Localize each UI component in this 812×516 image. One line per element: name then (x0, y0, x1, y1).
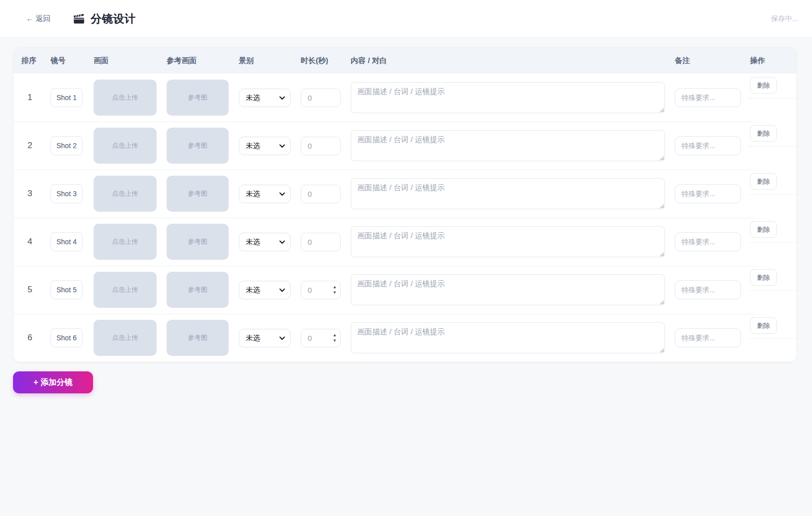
reference-image-box[interactable]: 参考图 (167, 224, 229, 260)
shot-scale-select-wrap: 未选 (239, 233, 291, 251)
shot-number-input[interactable] (51, 88, 83, 107)
delete-row-button[interactable]: 删除 (750, 125, 777, 142)
reference-image-label: 参考图 (188, 189, 208, 198)
actions-cell: 删除 (750, 266, 788, 314)
frame-upload-box[interactable]: 点击上传 (94, 272, 157, 308)
shot-scale-select[interactable]: 未选 (239, 89, 291, 107)
notes-input[interactable] (675, 328, 741, 347)
shot-scale-select[interactable]: 未选 (239, 281, 291, 299)
saving-status: 保存中... (771, 15, 798, 24)
content-dialogue-textarea[interactable] (351, 82, 665, 113)
row-order-number: 5 (22, 285, 51, 295)
duration-input-wrap: ▲ ▼ (301, 233, 341, 251)
table-row: 2 点击上传 参考图 未选 (14, 122, 796, 170)
shot-number-input[interactable] (51, 136, 83, 155)
notes-input[interactable] (675, 136, 741, 155)
frame-upload-box[interactable]: 点击上传 (94, 224, 157, 260)
content-dialogue-textarea[interactable] (351, 178, 665, 209)
col-header-shot-number: 镜号 (51, 56, 94, 66)
shot-number-cell (51, 136, 94, 155)
table-row: 4 点击上传 参考图 未选 (14, 218, 796, 266)
col-header-duration: 时长(秒) (301, 56, 351, 66)
shot-number-input[interactable] (51, 184, 83, 203)
delete-row-button[interactable]: 删除 (750, 269, 777, 286)
notes-input[interactable] (675, 280, 741, 299)
duration-input[interactable] (301, 137, 341, 155)
row-order-number: 6 (22, 333, 51, 343)
top-bar: ← 返回 分镜设计 保存中... (0, 0, 812, 38)
content-dialogue-cell (351, 128, 675, 163)
delete-row-button[interactable]: 删除 (750, 173, 777, 190)
shot-scale-select[interactable]: 未选 (239, 137, 291, 155)
frame-upload-label: 点击上传 (112, 141, 138, 150)
action-cell-divider (748, 290, 796, 291)
frame-upload-box[interactable]: 点击上传 (94, 176, 157, 212)
shot-scale-select[interactable]: 未选 (239, 329, 291, 347)
add-storyboard-button[interactable]: + 添加分镜 (13, 371, 93, 393)
frame-cell: 点击上传 (94, 176, 167, 212)
notes-cell (675, 184, 750, 203)
notes-input[interactable] (675, 184, 741, 203)
delete-row-button[interactable]: 删除 (750, 221, 777, 238)
duration-input[interactable] (301, 89, 341, 107)
row-order-number: 1 (22, 93, 51, 103)
frame-cell: 点击上传 (94, 80, 167, 116)
content-dialogue-textarea[interactable] (351, 130, 665, 161)
stepper-up-icon[interactable]: ▲ (333, 284, 337, 290)
frame-upload-label: 点击上传 (112, 333, 138, 342)
reference-image-box[interactable]: 参考图 (167, 128, 229, 164)
shot-number-cell (51, 88, 94, 107)
stepper-up-icon[interactable]: ▲ (333, 332, 337, 338)
content-dialogue-textarea[interactable] (351, 274, 665, 305)
duration-input[interactable] (301, 185, 341, 203)
reference-frame-cell: 参考图 (167, 320, 239, 356)
duration-input-wrap: ▲ ▼ (301, 137, 341, 155)
delete-row-button[interactable]: 删除 (750, 317, 777, 334)
shot-number-cell (51, 232, 94, 251)
notes-cell (675, 88, 750, 107)
actions-cell: 删除 (750, 74, 788, 122)
col-header-sort: 排序 (22, 56, 51, 66)
duration-cell: ▲ ▼ (301, 329, 351, 347)
duration-input-wrap: ▲ ▼ (301, 185, 341, 203)
delete-row-button[interactable]: 删除 (750, 77, 777, 94)
frame-upload-box[interactable]: 点击上传 (94, 80, 157, 116)
table-row: 5 点击上传 参考图 未选 (14, 266, 796, 314)
frame-cell: 点击上传 (94, 128, 167, 164)
frame-upload-box[interactable]: 点击上传 (94, 320, 157, 356)
stepper-down-icon[interactable]: ▼ (333, 338, 337, 343)
shot-scale-select-wrap: 未选 (239, 89, 291, 107)
reference-image-box[interactable]: 参考图 (167, 272, 229, 308)
col-header-frame: 画面 (94, 56, 167, 66)
notes-input[interactable] (675, 232, 741, 251)
reference-image-box[interactable]: 参考图 (167, 80, 229, 116)
frame-upload-label: 点击上传 (112, 189, 138, 198)
shot-number-input[interactable] (51, 232, 83, 251)
notes-cell (675, 136, 750, 155)
shot-scale-select[interactable]: 未选 (239, 233, 291, 251)
col-header-shot-scale: 景别 (239, 56, 301, 66)
duration-cell: ▲ ▼ (301, 233, 351, 251)
shot-scale-cell: 未选 (239, 233, 301, 251)
shot-scale-cell: 未选 (239, 281, 301, 299)
frame-cell: 点击上传 (94, 224, 167, 260)
reference-frame-cell: 参考图 (167, 272, 239, 308)
back-button[interactable]: ← 返回 (26, 14, 51, 24)
clapperboard-icon (73, 13, 86, 26)
reference-image-box[interactable]: 参考图 (167, 176, 229, 212)
duration-stepper[interactable]: ▲ ▼ (333, 332, 337, 343)
reference-image-box[interactable]: 参考图 (167, 320, 229, 356)
duration-input[interactable] (301, 233, 341, 251)
shot-number-input[interactable] (51, 328, 83, 347)
page-title-group: 分镜设计 (73, 12, 136, 27)
content-dialogue-textarea[interactable] (351, 322, 665, 353)
shot-scale-select[interactable]: 未选 (239, 185, 291, 203)
content-dialogue-textarea[interactable] (351, 226, 665, 257)
content-dialogue-cell (351, 80, 675, 115)
stepper-down-icon[interactable]: ▼ (333, 290, 337, 295)
shot-scale-select-wrap: 未选 (239, 185, 291, 203)
notes-input[interactable] (675, 88, 741, 107)
frame-upload-box[interactable]: 点击上传 (94, 128, 157, 164)
shot-number-input[interactable] (51, 280, 83, 299)
duration-stepper[interactable]: ▲ ▼ (333, 284, 337, 295)
